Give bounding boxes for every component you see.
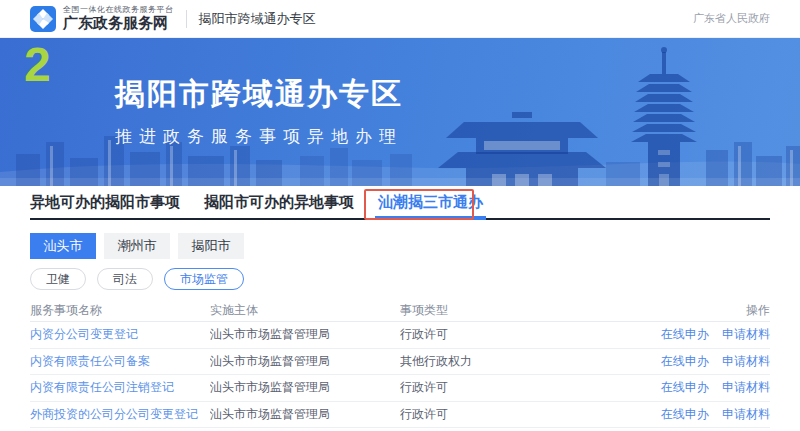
hero-banner: 2 揭阳市跨域通办专区 推进政务服务事项异地办理 [0,38,800,186]
category-pill-market-regulation[interactable]: 市场监管 [164,268,244,290]
actions-cell: 在线申办 申请材料 [600,326,770,343]
service-name-link[interactable]: 内资有限责任公司备案 [30,353,210,370]
entity-cell: 汕头市市场监督管理局 [210,379,400,396]
main-content: 异地可办的揭阳市事项 揭阳市可办的异地事项 汕潮揭三市通办 汕头市 潮州市 揭阳… [30,186,770,428]
table-header-row: 服务事项名称 实施主体 事项类型 操作 [30,299,770,322]
service-name-link[interactable]: 内资有限责任公司注销登记 [30,379,210,396]
online-apply-link[interactable]: 在线申办 [661,327,709,341]
tab-shan-chao-jie-tri-city[interactable]: 汕潮揭三市通办 [378,186,483,218]
service-name-link[interactable]: 外商投资的公司分公司变更登记 [30,406,210,423]
type-cell: 行政许可 [400,326,600,343]
category-filter-row: 卫健 司法 市场监管 [30,268,770,290]
brand-text: 全国一体化在线政务服务平台 广东政务服务网 [63,6,174,31]
online-apply-link[interactable]: 在线申办 [661,407,709,421]
banner-subtitle: 推进政务服务事项异地办理 [115,125,403,148]
category-pill-health[interactable]: 卫健 [30,268,86,290]
entity-cell: 汕头市市场监督管理局 [210,326,400,343]
category-pill-justice[interactable]: 司法 [97,268,153,290]
application-materials-link[interactable]: 申请材料 [722,407,770,421]
service-items-table: 服务事项名称 实施主体 事项类型 操作 内资分公司变更登记 汕头市市场监督管理局… [30,299,770,428]
table-row: 内资有限责任公司注销登记 汕头市市场监督管理局 行政许可 在线申办 申请材料 [30,375,770,402]
site-name: 广东政务服务网 [63,15,174,31]
actions-cell: 在线申办 申请材料 [600,353,770,370]
application-materials-link[interactable]: 申请材料 [722,380,770,394]
table-row: 内资分公司变更登记 汕头市市场监督管理局 行政许可 在线申办 申请材料 [30,322,770,349]
header-divider [186,10,187,28]
table-row: 内资有限责任公司备案 汕头市市场监督管理局 其他行政权力 在线申办 申请材料 [30,349,770,376]
tab-remote-items-in-jieyang[interactable]: 揭阳市可办的异地事项 [204,186,354,218]
entity-cell: 汕头市市场监督管理局 [210,406,400,423]
online-apply-link[interactable]: 在线申办 [661,354,709,368]
step-badge: 2 [24,38,51,94]
tab-jieyang-items-remote[interactable]: 异地可办的揭阳市事项 [30,186,180,218]
banner-text: 揭阳市跨域通办专区 推进政务服务事项异地办理 [115,74,403,148]
brand-area: 全国一体化在线政务服务平台 广东政务服务网 揭阳市跨域通办专区 [30,6,316,32]
table-body: 内资分公司变更登记 汕头市市场监督管理局 行政许可 在线申办 申请材料 内资有限… [30,322,770,428]
city-filter-row: 汕头市 潮州市 揭阳市 [30,233,770,259]
gov-portal-link[interactable]: 广东省人民政府 [693,11,770,26]
type-cell: 其他行政权力 [400,353,600,370]
city-filter-shantou[interactable]: 汕头市 [30,233,96,259]
table-row: 外商投资的公司分公司变更登记 汕头市市场监督管理局 行政许可 在线申办 申请材料 [30,402,770,429]
column-header-entity: 实施主体 [210,302,400,319]
gdzwfw-logo-icon[interactable] [30,6,56,32]
online-apply-link[interactable]: 在线申办 [661,380,709,394]
banner-title: 揭阳市跨域通办专区 [115,74,403,115]
service-name-link[interactable]: 内资分公司变更登记 [30,326,210,343]
column-header-service-name: 服务事项名称 [30,302,210,319]
top-bar: 全国一体化在线政务服务平台 广东政务服务网 揭阳市跨域通办专区 广东省人民政府 [0,0,800,38]
type-cell: 行政许可 [400,379,600,396]
header-page-title: 揭阳市跨域通办专区 [199,10,316,28]
city-filter-jieyang[interactable]: 揭阳市 [178,233,244,259]
platform-tagline: 全国一体化在线政务服务平台 [63,6,174,14]
actions-cell: 在线申办 申请材料 [600,406,770,423]
entity-cell: 汕头市市场监督管理局 [210,353,400,370]
city-filter-chaozhou[interactable]: 潮州市 [104,233,170,259]
column-header-type: 事项类型 [400,302,600,319]
type-cell: 行政许可 [400,406,600,423]
actions-cell: 在线申办 申请材料 [600,379,770,396]
column-header-operation: 操作 [600,302,770,319]
application-materials-link[interactable]: 申请材料 [722,327,770,341]
tab-bar: 异地可办的揭阳市事项 揭阳市可办的异地事项 汕潮揭三市通办 [30,186,770,220]
application-materials-link[interactable]: 申请材料 [722,354,770,368]
